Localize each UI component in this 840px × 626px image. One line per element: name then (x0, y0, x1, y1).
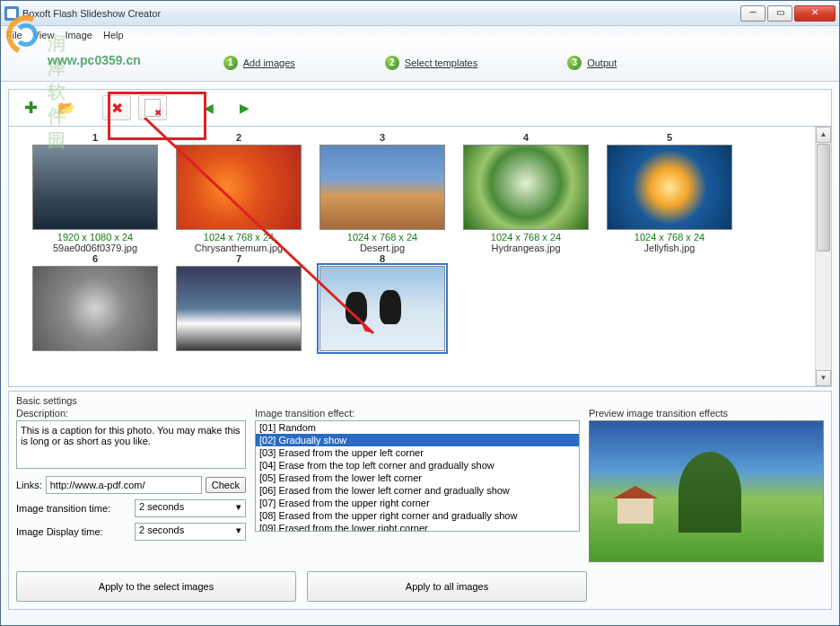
thumbnail-filename: Desert.jpg (311, 242, 454, 253)
effect-item[interactable]: [07] Erased from the upper right corner (256, 497, 579, 509)
thumbnail-item[interactable]: 11920 x 1080 x 2459ae0d06f0379.jpg (23, 132, 167, 253)
links-label: Links: (16, 480, 42, 490)
window-controls: ─ ▭ ✕ (740, 5, 836, 22)
thumbnail-image[interactable] (319, 145, 445, 230)
effect-item[interactable]: [04] Erase from the top left corner and … (256, 459, 579, 472)
thumbnail-number: 3 (311, 132, 454, 145)
add-folder-button[interactable] (52, 95, 81, 120)
menu-bar: File View Image Help (1, 26, 839, 44)
thumbnail-gallery: 11920 x 1080 x 2459ae0d06f0379.jpg21024 … (8, 127, 832, 387)
apply-selected-button[interactable]: Apply to the select images (16, 571, 296, 602)
thumbnail-image[interactable] (176, 266, 302, 351)
thumbnail-image[interactable] (176, 145, 302, 230)
thumbnail-dimensions: 1024 x 768 x 24 (167, 232, 311, 242)
step-num-icon: 2 (385, 56, 399, 70)
menu-view[interactable]: View (33, 30, 55, 40)
thumbnail-image[interactable] (32, 266, 158, 351)
toolbar (8, 89, 832, 127)
effect-item[interactable]: [08] Erased from the upper right corner … (256, 509, 579, 522)
scroll-thumb[interactable] (817, 144, 830, 251)
step-label: Add images (243, 57, 295, 68)
maximize-button[interactable]: ▭ (767, 5, 792, 22)
thumbnail-image[interactable] (463, 145, 589, 230)
effect-item[interactable]: [06] Erased from the lower left corner a… (256, 484, 579, 497)
next-button[interactable] (230, 95, 258, 120)
thumbnail-item[interactable]: 6 (23, 253, 167, 353)
effect-item[interactable]: [03] Erased from the upper left corner (256, 446, 579, 459)
preview-label: Preview image transition effects (589, 408, 824, 419)
description-input[interactable] (16, 420, 246, 469)
settings-right-column: Preview image transition effects (589, 408, 824, 562)
menu-image[interactable]: Image (65, 30, 92, 40)
thumbnail-number: 6 (23, 253, 167, 266)
thumbnail-number: 8 (311, 253, 454, 266)
transition-time-select[interactable]: 2 seconds ▾ (135, 499, 246, 517)
thumbnail-image[interactable] (32, 145, 158, 230)
minimize-button[interactable]: ─ (740, 5, 766, 22)
thumbnail-item[interactable]: 51024 x 768 x 24Jellyfish.jpg (598, 132, 741, 253)
thumbnail-dimensions: 1920 x 1080 x 24 (23, 232, 167, 242)
step-label: Select templates (405, 57, 477, 68)
thumbnail-filename: 59ae0d06f0379.jpg (23, 242, 167, 253)
prev-button[interactable] (194, 95, 223, 120)
thumbnail-item[interactable]: 8 (311, 253, 454, 353)
thumbnail-number: 2 (167, 132, 311, 145)
effect-list[interactable]: [01] Random[02] Gradually show[03] Erase… (255, 420, 580, 532)
scroll-up-button[interactable]: ▲ (816, 127, 831, 143)
display-time-label: Image Display time: (16, 526, 131, 537)
effect-item[interactable]: [01] Random (256, 421, 579, 434)
thumbnail-number: 4 (454, 132, 598, 145)
close-button[interactable]: ✕ (794, 5, 836, 22)
effect-item[interactable]: [05] Erased from the lower left corner (256, 472, 579, 484)
delete-all-button[interactable] (138, 95, 167, 120)
step-output[interactable]: 3 Output (567, 56, 617, 70)
thumbnail-filename: Jellyfish.jpg (598, 242, 741, 253)
thumbnail-item[interactable]: 21024 x 768 x 24Chrysanthemum.jpg (167, 132, 311, 253)
delete-button[interactable] (102, 95, 131, 120)
app-icon (4, 6, 19, 21)
window-title: Boxoft Flash Slideshow Creator (22, 8, 740, 19)
svg-rect-1 (7, 9, 16, 18)
add-image-button[interactable] (16, 95, 45, 120)
thumbnail-dimensions: 1024 x 768 x 24 (598, 232, 741, 242)
thumbnail-number: 7 (167, 253, 311, 266)
thumbnail-item[interactable]: 41024 x 768 x 24Hydrangeas.jpg (454, 132, 598, 253)
check-button[interactable]: Check (206, 477, 246, 493)
delete-all-icon (144, 99, 161, 117)
thumbnail-dimensions: 1024 x 768 x 24 (454, 232, 598, 242)
thumbnail-filename: Hydrangeas.jpg (454, 242, 598, 253)
step-label: Output (587, 57, 617, 68)
menu-file[interactable]: File (6, 30, 22, 40)
description-label: Description: (16, 408, 246, 419)
preview-image (589, 420, 824, 562)
titlebar: Boxoft Flash Slideshow Creator ─ ▭ ✕ (1, 1, 839, 26)
step-num-icon: 3 (567, 56, 582, 70)
app-window: Boxoft Flash Slideshow Creator ─ ▭ ✕ Fil… (0, 0, 840, 626)
effect-label: Image transition effect: (255, 408, 580, 419)
thumbnail-filename: Chrysanthemum.jpg (167, 242, 311, 253)
scroll-down-button[interactable]: ▼ (816, 370, 831, 386)
thumbnail-number: 5 (598, 132, 741, 145)
steps-bar: 1 Add images 2 Select templates 3 Output (1, 44, 839, 82)
step-num-icon: 1 (223, 56, 238, 70)
settings-left-column: Description: Links: Check Image transiti… (16, 408, 246, 562)
settings-panel: Basic settings Description: Links: Check… (8, 391, 832, 610)
thumbnail-number: 1 (23, 132, 167, 145)
step-add-images[interactable]: 1 Add images (223, 56, 295, 70)
effect-item[interactable]: [02] Gradually show (256, 434, 579, 446)
apply-all-button[interactable]: Apply to all images (307, 571, 587, 602)
settings-title: Basic settings (16, 395, 824, 406)
menu-help[interactable]: Help (103, 30, 124, 40)
thumbnail-item[interactable]: 31024 x 768 x 24Desert.jpg (311, 132, 454, 253)
gallery-scrollbar[interactable]: ▲ ▼ (815, 127, 831, 386)
settings-mid-column: Image transition effect: [01] Random[02]… (255, 408, 580, 562)
display-time-select[interactable]: 2 seconds ▾ (135, 523, 246, 541)
effect-item[interactable]: [09] Erased from the lower right corner (256, 522, 579, 532)
thumbnail-dimensions: 1024 x 768 x 24 (311, 232, 454, 242)
thumbnail-image[interactable] (319, 266, 445, 351)
step-select-templates[interactable]: 2 Select templates (385, 56, 477, 70)
thumbnail-image[interactable] (607, 145, 732, 230)
transition-time-label: Image transition time: (16, 503, 131, 514)
links-input[interactable] (46, 476, 202, 494)
thumbnail-item[interactable]: 7 (167, 253, 311, 353)
